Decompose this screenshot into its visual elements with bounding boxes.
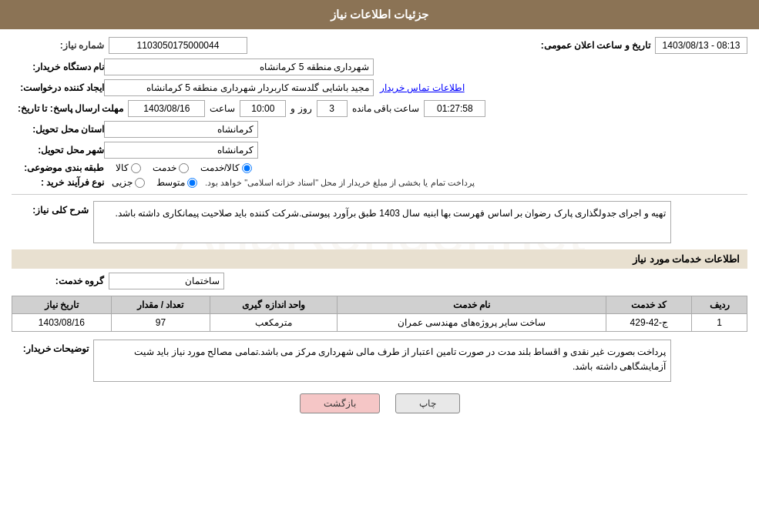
table-header-unit: واحد اندازه گیری — [210, 296, 338, 314]
requestor-link[interactable]: اطلاعات تماس خریدار — [380, 82, 465, 93]
description-label: شرح کلی نیاز: — [12, 201, 89, 216]
purchase-jozi-label: جزیی — [112, 177, 133, 188]
deadline-days: 3 — [317, 100, 348, 117]
need-number-label: شماره نیاز: — [12, 40, 104, 51]
purchase-jozi-radio[interactable] — [135, 178, 145, 188]
buyer-notes-label: توضیحات خریدار: — [12, 340, 89, 354]
purchase-type-radio-group: متوسط جزیی — [112, 177, 197, 188]
need-number-value: 1103050175000044 — [109, 37, 247, 54]
province-value: کرمانشاه — [104, 121, 258, 138]
province-label: استان محل تحویل: — [12, 124, 104, 135]
deadline-days-label: روز و — [291, 103, 311, 114]
buyer-notes-text: پرداخت بصورت غیر نقدی و اقساط بلند مدت د… — [93, 340, 671, 382]
purchase-mutavasset-option[interactable]: متوسط — [156, 177, 197, 188]
purchase-description: پرداخت تمام یا بخشی از مبلغ خریدار از مح… — [205, 178, 475, 188]
category-kala-khadamat-label: کالا/خدمت — [200, 162, 240, 173]
category-radio-group: کالا/خدمت خدمت کالا — [116, 162, 252, 173]
divider-1 — [12, 194, 747, 195]
service-group-label: گروه خدمت: — [12, 276, 104, 286]
category-kala-khadamat-option[interactable]: کالا/خدمت — [200, 162, 252, 173]
table-row: 1ج-42-429ساخت سایر پروژه‌های مهندسی عمرا… — [12, 314, 747, 332]
category-label: طبقه بندی موضوعی: — [12, 162, 104, 173]
table-cell-row_num: 1 — [692, 314, 747, 332]
category-kala-radio[interactable] — [131, 163, 141, 173]
page-container: جزئیات اطلاعات نیاز AnaRender.net 1403/0… — [0, 0, 759, 532]
purchase-mutavasset-radio[interactable] — [187, 178, 197, 188]
table-header-service-name: نام خدمت — [337, 296, 606, 314]
page-header: جزئیات اطلاعات نیاز — [0, 0, 759, 29]
buyer-org-value: شهرداری منطقه 5 کرمانشاه — [104, 59, 374, 75]
purchase-type-label: نوع فرآیند خرید : — [12, 177, 104, 188]
purchase-jozi-option[interactable]: جزیی — [112, 177, 145, 188]
table-cell-quantity: 97 — [111, 314, 210, 332]
table-cell-unit: مترمکعب — [210, 314, 338, 332]
description-text: تهیه و اجرای جدولگذاری پارک رضوان بر اسا… — [93, 201, 671, 243]
deadline-date: 1403/08/16 — [128, 100, 205, 117]
requestor-value: مجید باشایی گلدسته کاربردار شهرداری منطق… — [104, 79, 374, 96]
table-header-quantity: تعداد / مقدار — [111, 296, 210, 314]
table-header-need-date: تاریخ نیاز — [12, 296, 112, 314]
category-khadamat-label: خدمت — [153, 162, 176, 173]
category-kala-option[interactable]: کالا — [116, 162, 141, 173]
buyer-org-label: نام دستگاه خریدار: — [12, 62, 104, 72]
deadline-remaining-label: ساعت باقی مانده — [352, 103, 420, 114]
city-label: شهر محل تحویل: — [12, 145, 104, 156]
print-button[interactable]: چاپ — [395, 393, 460, 413]
category-khadamat-option[interactable]: خدمت — [153, 162, 189, 173]
deadline-time: 10:00 — [240, 100, 286, 117]
table-header-row-num: ردیف — [692, 296, 747, 314]
table-cell-need_date: 1403/08/16 — [12, 314, 112, 332]
service-group-value: ساختمان — [109, 273, 224, 289]
announce-date-value: 1403/08/13 - 08:13 — [655, 37, 747, 54]
button-row: چاپ بازگشت — [12, 393, 747, 413]
page-title: جزئیات اطلاعات نیاز — [331, 8, 428, 21]
deadline-label: مهلت ارسال پاسخ: تا تاریخ: — [12, 103, 123, 114]
services-section-label: اطلاعات خدمات مورد نیاز — [633, 253, 740, 265]
city-value: کرمانشاه — [104, 142, 258, 159]
category-khadamat-radio[interactable] — [179, 163, 189, 173]
services-table: ردیف کد خدمت نام خدمت واحد اندازه گیری ت… — [12, 296, 747, 332]
category-kala-label: کالا — [116, 162, 129, 173]
purchase-mutavasset-label: متوسط — [156, 177, 185, 188]
table-cell-service_name: ساخت سایر پروژه‌های مهندسی عمران — [337, 314, 606, 332]
category-kala-khadamat-radio[interactable] — [242, 163, 252, 173]
deadline-remaining: 01:27:58 — [424, 100, 485, 117]
deadline-time-label: ساعت — [210, 103, 235, 114]
requestor-label: ایجاد کننده درخواست: — [12, 82, 104, 93]
announce-date-label: تاریخ و ساعت اعلان عمومی: — [541, 40, 650, 51]
services-section-header: اطلاعات خدمات مورد نیاز — [12, 249, 747, 269]
table-header-service-code: کد خدمت — [606, 296, 692, 314]
table-cell-service_code: ج-42-429 — [606, 314, 692, 332]
back-button[interactable]: بازگشت — [300, 393, 380, 413]
